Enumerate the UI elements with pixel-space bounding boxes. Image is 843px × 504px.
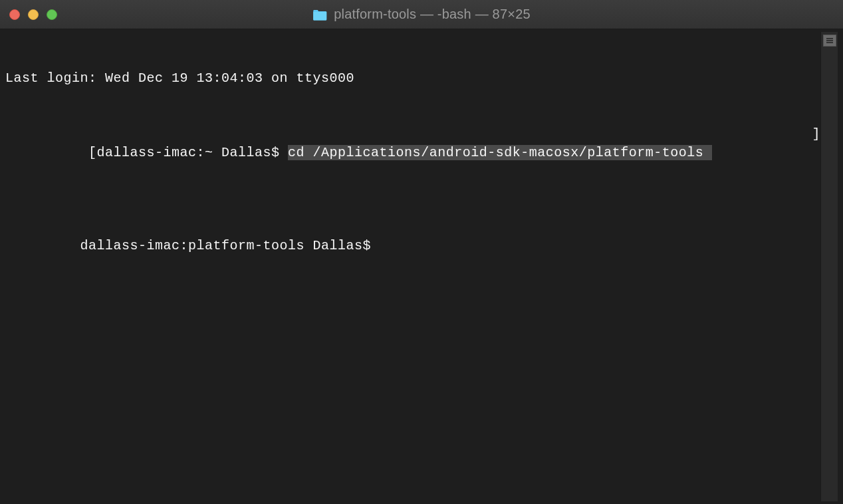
bracket-close: ] bbox=[812, 125, 820, 181]
window-title: platform-tools — -bash — 87×25 bbox=[334, 7, 531, 22]
last-login-line: Last login: Wed Dec 19 13:04:03 on ttys0… bbox=[5, 69, 820, 88]
title-area: platform-tools — -bash — 87×25 bbox=[312, 7, 531, 22]
traffic-lights bbox=[0, 9, 57, 20]
terminal-window: platform-tools — -bash — 87×25 Last logi… bbox=[0, 0, 843, 504]
scrollbar[interactable] bbox=[820, 32, 838, 501]
prompt-1: dallass-imac:~ Dallas$ bbox=[97, 145, 289, 160]
scrollbar-menu-icon[interactable] bbox=[823, 35, 836, 47]
command-highlighted: cd /Applications/android-sdk-macosx/plat… bbox=[288, 145, 712, 160]
maximize-button[interactable] bbox=[47, 9, 57, 20]
command-line-1: [dallass-imac:~ Dallas$ cd /Applications… bbox=[5, 125, 820, 181]
titlebar[interactable]: platform-tools — -bash — 87×25 bbox=[0, 0, 843, 29]
terminal-body[interactable]: Last login: Wed Dec 19 13:04:03 on ttys0… bbox=[0, 29, 843, 504]
terminal-content[interactable]: Last login: Wed Dec 19 13:04:03 on ttys0… bbox=[5, 32, 820, 501]
bracket-open: [ bbox=[88, 145, 97, 160]
folder-icon bbox=[312, 9, 327, 21]
command-line-2: dallass-imac:platform-tools Dallas$ bbox=[5, 218, 820, 274]
minimize-button[interactable] bbox=[28, 9, 39, 20]
close-button[interactable] bbox=[9, 9, 20, 20]
prompt-2: dallass-imac:platform-tools Dallas$ bbox=[72, 238, 380, 253]
